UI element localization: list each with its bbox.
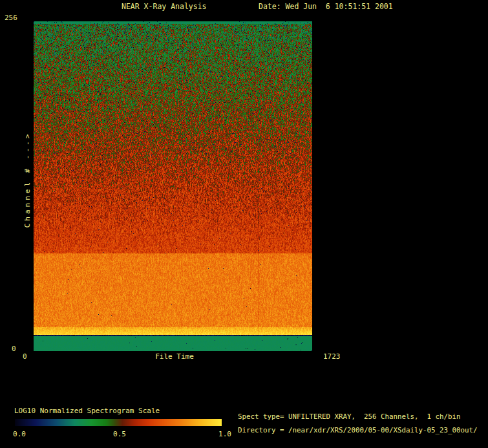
colorbar-tick-high: 1.0 — [218, 430, 231, 438]
colorbar-tick-mid: 0.5 — [113, 430, 126, 438]
near-xray-analysis-window: NEAR X-Ray Analysis Date: Wed Jun 6 10:5… — [0, 0, 488, 448]
y-axis-min-label: 0 — [12, 345, 16, 353]
date-label: Date: Wed Jun 6 10:51:51 2001 — [259, 3, 393, 11]
spectrogram-heatmap — [34, 21, 312, 351]
colorbar-title: LOG10 Normalized Spectrogram Scale — [14, 407, 160, 415]
directory-line: Directory = /near/xdr/XRS/2000/05-00/XSd… — [238, 426, 478, 434]
colorbar-tick-low: 0.0 — [13, 430, 26, 438]
colorbar-gradient — [15, 419, 222, 426]
y-axis-title: Channel # ---> — [23, 132, 32, 228]
x-axis-title: File Time — [155, 352, 194, 361]
page-title: NEAR X-Ray Analysis — [122, 3, 207, 11]
x-axis-min-label: 0 — [23, 352, 27, 361]
y-axis-max-label: 256 — [5, 14, 17, 22]
x-axis-max-label: 1723 — [323, 352, 341, 361]
spect-type-line: Spect type= UNFILTERED XRAY, 256 Channel… — [238, 412, 461, 421]
